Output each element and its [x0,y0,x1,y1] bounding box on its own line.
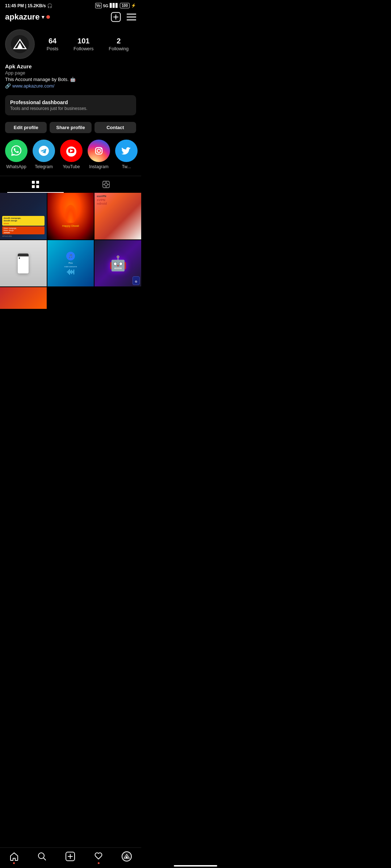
instagram-label: Instagram [89,164,108,169]
svg-rect-14 [36,181,39,184]
status-icons: Vo 5G ▋▋▋ 100 ⚡ [95,3,136,8]
social-item-twitter[interactable]: Tw... [115,140,138,169]
new-post-button[interactable] [111,12,121,22]
posts-count: 64 [47,37,59,45]
twitter-icon [115,140,138,162]
edit-profile-button[interactable]: Edit profile [5,122,47,133]
profile-name: Apk Azure [5,63,136,69]
link-icon: 🔗 [5,83,11,89]
account-switcher-chevron[interactable]: ▾ [42,14,44,20]
youtube-label: YouTube [63,164,80,169]
menu-button[interactable] [127,13,136,21]
twitter-label: Tw... [122,164,131,169]
post-cell-5[interactable]: 🎵 Pics make awesome [47,240,94,287]
followers-stat[interactable]: 101 Followers [73,37,94,52]
following-label: Following [109,46,129,51]
followers-count: 101 [73,37,94,45]
profile-link[interactable]: 🔗 www.apkazure.com/ [5,83,136,89]
followers-label: Followers [73,46,94,51]
svg-rect-16 [36,185,39,188]
post-cell-3[interactable]: essVPN sVPNndroid [94,193,141,239]
battery-icon: 100 [120,3,130,8]
following-stat[interactable]: 2 Following [109,37,129,52]
pro-dashboard-subtitle: Tools and resources just for businesses. [10,106,131,111]
svg-point-18 [105,183,108,186]
share-profile-button[interactable]: Share profile [50,122,91,133]
contact-button[interactable]: Contact [94,122,136,133]
profile-section: 64 Posts 101 Followers 2 Following Apk A… [0,26,141,92]
social-item-whatsapp[interactable]: WhatsApp [5,140,28,169]
header-actions [111,12,136,22]
tab-grid[interactable] [0,176,71,193]
profile-stats: 64 Posts 101 Followers 2 Following [39,37,136,52]
action-buttons: Edit profile Share profile Contact [0,119,141,136]
telegram-icon [33,140,55,162]
link-url: www.apkazure.com/ [12,83,54,89]
professional-dashboard[interactable]: Professional dashboard Tools and resourc… [5,95,136,115]
post-cell-6[interactable]: 🤖 G [94,240,141,287]
tab-tagged[interactable] [71,176,141,193]
post-cell-1[interactable]: doodh mangoge,doodh denge blinkit kheer … [0,193,47,239]
status-time-network: 11:45 PM | 15.2KB/s 🎧 [5,3,52,8]
post-cell-7[interactable] [0,287,47,334]
svg-rect-15 [32,185,35,188]
status-bar: 11:45 PM | 15.2KB/s 🎧 Vo 5G ▋▋▋ 100 ⚡ [0,0,141,10]
profile-bio: This Account manage by Bots. 🤖 [5,77,136,82]
photo-grid: doodh mangoge,doodh denge blinkit kheer … [0,193,141,334]
content-tabs [0,176,141,193]
whatsapp-label: WhatsApp [6,164,26,169]
post-cell-2[interactable]: Happy Diwali [47,193,94,239]
svg-point-12 [101,148,102,149]
whatsapp-icon [5,140,28,162]
youtube-icon [60,140,83,162]
volte-icon: Vo [95,3,102,8]
pro-dashboard-title: Professional dashboard [10,99,131,105]
online-indicator [46,15,50,19]
post-cell-4[interactable]: 📱 [0,240,47,287]
username-area[interactable]: apkazure ▾ [5,12,50,22]
posts-label: Posts [47,46,59,51]
bio-text: This Account manage by Bots. 🤖 [5,77,76,82]
social-item-youtube[interactable]: YouTube [60,140,83,169]
instagram-icon [88,140,110,162]
time: 11:45 PM [5,3,24,8]
social-links-row: WhatsApp Telegram YouTube Instagram [0,136,141,173]
avatar[interactable] [5,29,35,59]
social-item-instagram[interactable]: Instagram [88,140,110,169]
bottom-spacer [0,334,141,363]
signal-strength: 5G [103,4,109,8]
profile-category: App page [5,70,136,76]
following-count: 2 [109,37,129,45]
charging-icon: ⚡ [131,3,136,8]
username-label: apkazure [5,12,39,22]
page-header: apkazure ▾ [0,10,141,26]
network-speed: 15.2KB/s [28,3,46,8]
telegram-label: Telegram [35,164,52,169]
posts-stat[interactable]: 64 Posts [47,37,59,52]
social-item-telegram[interactable]: Telegram [33,140,55,169]
signal-bars: ▋▋▋ [110,3,118,8]
svg-rect-13 [32,181,35,184]
profile-top: 64 Posts 101 Followers 2 Following [5,29,136,59]
svg-point-11 [97,149,101,153]
